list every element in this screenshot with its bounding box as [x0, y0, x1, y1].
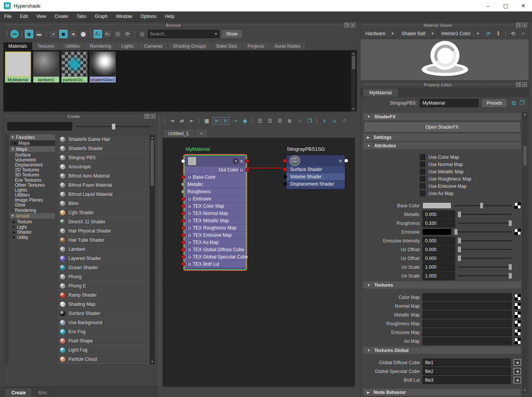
attr-output-port[interactable]: [245, 168, 249, 172]
panel-drag-dots[interactable]: [183, 24, 342, 26]
browser-tab[interactable]: Utilities: [60, 42, 85, 50]
expand-attr-icon[interactable]: +: [188, 219, 192, 223]
texture-map-input[interactable]: [422, 320, 512, 328]
scroll-up-icon[interactable]: ▲: [524, 113, 527, 116]
shader-list-item[interactable]: Phong: [57, 272, 155, 281]
attr-input-port[interactable]: [181, 233, 185, 237]
expand-attr-icon[interactable]: +: [239, 168, 244, 172]
expand-triangle-icon[interactable]: ▶: [13, 231, 15, 234]
texture-map-button[interactable]: [514, 320, 521, 327]
material-swatch[interactable]: lambert1: [33, 52, 59, 82]
collapse-triangle-icon[interactable]: ▼: [367, 144, 370, 148]
separator[interactable]: [7, 31, 8, 37]
expand-attr-icon[interactable]: +: [188, 262, 192, 266]
shader-list-item[interactable]: Shading Map: [57, 300, 155, 309]
menu-item[interactable]: Graph: [91, 14, 112, 19]
texture-map-input[interactable]: [422, 302, 512, 310]
attribute-value-input[interactable]: 0.000: [422, 254, 455, 263]
shader-list-item[interactable]: Use Background: [57, 318, 155, 327]
tree-group-arnold[interactable]: ▼ Arnold: [10, 213, 55, 219]
search-input[interactable]: Search... ▼: [148, 30, 220, 38]
shader-list-item[interactable]: Surface Shader: [57, 309, 155, 318]
separator[interactable]: [21, 31, 22, 37]
node-attr-row[interactable]: Displacement Shader: [286, 181, 345, 187]
shader-list-item[interactable]: Ocean Shader: [57, 263, 155, 272]
panel-drag-dots[interactable]: [82, 115, 142, 117]
expand-attr-icon[interactable]: +: [188, 197, 192, 201]
swatch-size-medium-button[interactable]: ◼: [59, 30, 68, 38]
scrollbar-thumb[interactable]: [352, 56, 355, 69]
expand-triangle-icon[interactable]: ▶: [367, 391, 370, 394]
panel-drag-dots[interactable]: [5, 24, 163, 26]
graph-tab[interactable]: Untitled_1: [162, 129, 194, 137]
slider-handle[interactable]: [509, 273, 512, 279]
region-render-icon[interactable]: ◔: [519, 29, 527, 38]
browser-tab[interactable]: Shading Groups: [168, 42, 212, 50]
attr-input-port[interactable]: [181, 255, 185, 259]
scroll-down-icon[interactable]: ▼: [352, 107, 355, 111]
turntable-icon[interactable]: ⟳: [484, 29, 493, 38]
menu-item[interactable]: Window: [112, 14, 137, 19]
panel-drag-dots[interactable]: [5, 115, 65, 117]
texture-map-input[interactable]: [422, 311, 512, 319]
tree-item[interactable]: Surface: [10, 152, 55, 157]
swatch-size-small-button[interactable]: ▪: [49, 30, 58, 38]
material-swatch[interactable]: particleClo...: [61, 52, 87, 82]
expand-triangle-icon[interactable]: ▶: [13, 236, 15, 239]
node-attr-row[interactable]: Volume Shader: [286, 173, 345, 180]
swatch-scrollbar[interactable]: ▲ ▼: [351, 51, 356, 111]
panel-drag-dots[interactable]: [454, 24, 514, 26]
presets-button[interactable]: Presets: [482, 98, 507, 108]
node-menu-icon[interactable]: ≡: [339, 158, 342, 164]
scrollbar-thumb[interactable]: [523, 146, 527, 166]
shader-list-item[interactable]: Lambert: [57, 245, 155, 254]
section-header-attributes[interactable]: ▼ Attributes: [363, 142, 521, 149]
close-button[interactable]: ✕: [514, 0, 532, 11]
graph-downstream-icon[interactable]: ⇢: [231, 117, 239, 125]
attribute-slider[interactable]: [458, 275, 512, 276]
tree-item[interactable]: 2D Textures: [10, 168, 55, 173]
color-swatch[interactable]: [422, 229, 451, 235]
slider-handle[interactable]: [458, 211, 461, 217]
render-swatch-button[interactable]: ▦: [138, 30, 146, 38]
slider-handle[interactable]: [112, 124, 115, 129]
node-attr-row[interactable]: + Base Color: [184, 174, 246, 181]
property-editor-scrollbar[interactable]: ▲ ▼: [522, 112, 527, 393]
material-swatch-area[interactable]: MyMaterial lambert1 particleClo...: [3, 50, 357, 112]
shader-list-item[interactable]: Phong E: [57, 281, 155, 290]
slider-handle[interactable]: [458, 238, 461, 244]
display-connected-mode-icon[interactable]: ☰: [266, 117, 274, 125]
refresh-viewer-icon[interactable]: ⟲: [509, 29, 517, 38]
property-tab-mymaterial[interactable]: MyMaterial: [363, 88, 398, 97]
tree-item[interactable]: 3D Textures: [10, 173, 55, 178]
environment-dropdown[interactable]: Interior1 Color ▼: [439, 29, 482, 38]
attribute-value-input[interactable]: 0.000: [422, 245, 455, 254]
attribute-slider[interactable]: [454, 205, 512, 206]
attr-input-port[interactable]: [283, 175, 287, 179]
node-attr-row[interactable]: + Emissive: [184, 195, 246, 202]
separator[interactable]: [505, 31, 506, 37]
material-thumbnail[interactable]: [33, 52, 59, 77]
scrollbar-thumb[interactable]: [150, 140, 154, 186]
texture-map-input[interactable]: [422, 337, 512, 345]
texture-map-input[interactable]: [422, 293, 512, 301]
collapse-triangle-icon[interactable]: ▼: [11, 214, 14, 218]
shading-group-node[interactable]: ≡ Surface Shader Volume Shader: [286, 155, 345, 190]
pause-render-icon[interactable]: ‖: [494, 29, 503, 38]
display-custom-mode-icon[interactable]: ≣: [286, 117, 294, 125]
attribute-slider[interactable]: [454, 231, 512, 232]
checkbox[interactable]: [420, 154, 425, 160]
refresh-swatches-button[interactable]: ⟳: [123, 30, 132, 38]
material-swatch[interactable]: MyMaterial: [5, 52, 31, 82]
expand-attr-icon[interactable]: +: [188, 211, 192, 216]
expand-triangle-icon[interactable]: ▶: [13, 220, 15, 224]
scroll-down-icon[interactable]: ▼: [524, 389, 527, 392]
node-attr-row[interactable]: Surface Shader: [286, 166, 345, 173]
search-filter-caret-icon[interactable]: ▼: [214, 32, 218, 36]
tree-item[interactable]: Rendering: [10, 208, 55, 213]
attr-input-port[interactable]: [181, 190, 185, 194]
file-browse-icon[interactable]: ◄: [514, 377, 521, 383]
node-attr-row[interactable]: + Roughness: [184, 188, 246, 195]
separator[interactable]: [90, 31, 91, 37]
expand-attr-icon[interactable]: +: [188, 233, 192, 237]
